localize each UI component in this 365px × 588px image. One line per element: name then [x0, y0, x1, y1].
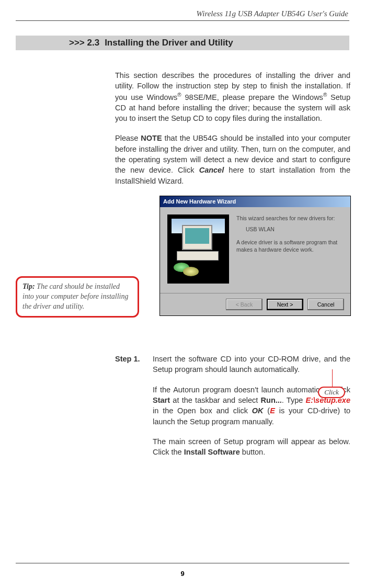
intro-paragraph-1: This section describes the procedures of…	[115, 70, 350, 123]
wizard-cancel-button[interactable]: Cancel	[307, 299, 344, 310]
wizard-next-button[interactable]: Next >	[267, 299, 303, 310]
wizard-dialog: Add New Hardware Wizard This wizard sear…	[159, 196, 351, 316]
wizard-text: This wizard searches for new drivers for…	[236, 214, 343, 284]
section-bar: >>> 2.3 Installing the Driver and Utilit…	[16, 36, 349, 50]
wizard-illustration	[167, 214, 229, 284]
callout-line	[332, 369, 333, 387]
header-rule	[16, 20, 349, 21]
wizard-titlebar: Add New Hardware Wizard	[160, 196, 350, 207]
footer-rule	[16, 563, 349, 563]
wizard-back-button: < Back	[226, 299, 263, 310]
intro-paragraph-2: Please NOTE that the UB54G should be ins…	[115, 133, 350, 186]
click-callout: Click	[318, 387, 345, 398]
footer: 9	[16, 563, 349, 578]
step1-p1: Insert the software CD into your CD-ROM …	[153, 354, 350, 375]
section-title: Installing the Driver and Utility	[99, 38, 233, 48]
header-guide-title: Wireless 11g USB Adapter UB54G User's Gu…	[16, 9, 349, 18]
step1-label: Step 1.	[115, 354, 153, 467]
page-number: 9	[16, 570, 349, 578]
tip-box: Tip: The card should be installed into y…	[16, 276, 139, 318]
section-number: >>> 2.3	[16, 38, 99, 48]
step1-p3: The main screen of Setup program will ap…	[153, 436, 350, 458]
